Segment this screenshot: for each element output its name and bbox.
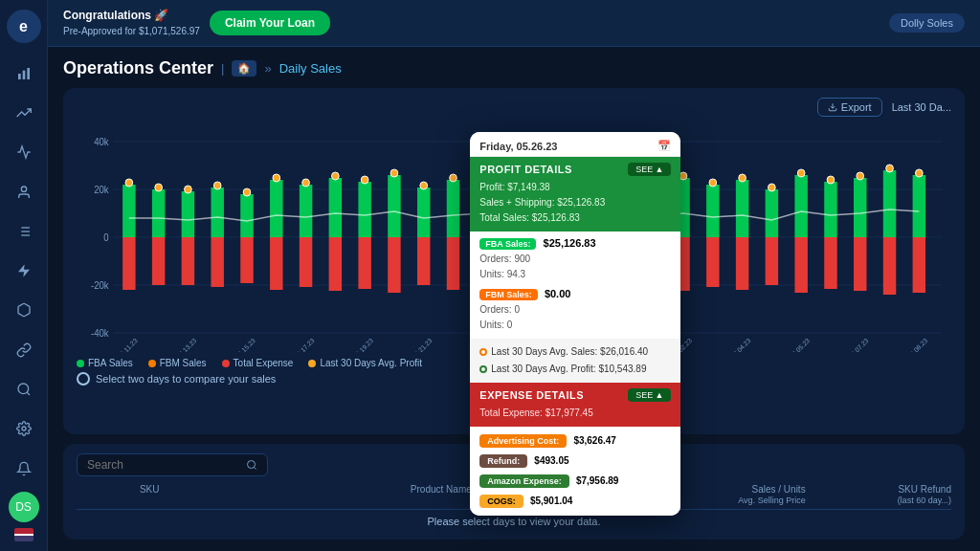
sidebar-item-pulse[interactable]: [7, 136, 41, 169]
tooltip-popup: Friday, 05.26.23 📅 PROFIT DETAILS SEE ▲: [470, 132, 680, 516]
svg-rect-74: [736, 237, 748, 290]
col-sales: Sales / UnitsAvg. Selling Price: [659, 484, 805, 505]
svg-point-13: [22, 427, 26, 430]
breadcrumb-home[interactable]: 🏠: [232, 60, 256, 77]
sidebar-item-user[interactable]: [7, 175, 41, 209]
claim-loan-button[interactable]: Claim Your Loan: [210, 11, 330, 35]
svg-text:05.19.23: 05.19.23: [352, 337, 374, 352]
main-content: Congratulations 🚀 Pre-Approved for $1,07…: [48, 0, 980, 551]
svg-text:06.08.23: 06.08.23: [906, 337, 928, 352]
expense-header: EXPENSE DETAILS SEE ▲: [479, 388, 671, 402]
sidebar-item-link[interactable]: [7, 333, 41, 366]
cogs-value: $5,901.04: [530, 496, 573, 506]
expense-dot: [222, 360, 230, 367]
profit-value: Profit: $7,149.38: [479, 180, 671, 195]
svg-point-60: [450, 174, 457, 182]
fba-value: $25,126.83: [544, 237, 596, 249]
calendar-icon: 📅: [657, 140, 671, 152]
svg-point-51: [361, 176, 368, 184]
sidebar-item-trending[interactable]: [7, 97, 41, 130]
svg-rect-73: [736, 180, 748, 237]
sidebar-item-search[interactable]: [7, 372, 41, 406]
svg-point-57: [420, 182, 428, 189]
svg-rect-55: [417, 187, 430, 237]
fbm-units: Units: 0: [479, 318, 671, 333]
tooltip-sales-section: FBA Sales: $25,126.83 Orders: 900 Units:…: [470, 231, 680, 339]
legend-last30: Last 30 Days Avg. Profit: [308, 358, 422, 368]
svg-rect-52: [388, 175, 400, 237]
profit-header: PROFIT DETAILS SEE ▲: [479, 163, 671, 176]
refund-value: $493.05: [534, 455, 568, 466]
svg-rect-80: [794, 237, 807, 293]
svg-point-42: [273, 174, 280, 182]
svg-rect-35: [211, 237, 223, 287]
svg-point-78: [768, 184, 776, 191]
page-title: Operations Center: [63, 58, 213, 78]
svg-rect-31: [182, 191, 194, 237]
fbm-dot: [148, 360, 156, 367]
svg-line-107: [254, 467, 256, 469]
fba-orders: Orders: 900: [479, 252, 671, 267]
advertising-value: $3,626.47: [573, 435, 616, 446]
sidebar-item-box[interactable]: [7, 294, 41, 327]
svg-rect-91: [913, 175, 925, 237]
fbm-label: FBM Sales: [160, 358, 207, 368]
chart-area: 40k 20k 0 -20k -40k: [77, 122, 951, 352]
export-button[interactable]: Export: [817, 98, 882, 117]
total-expense: Total Expense: $17,977.45: [479, 406, 671, 421]
select-circle: [77, 372, 90, 386]
avg-profit-row: Last 30 Days Avg. Profit: $10,543.89: [479, 361, 671, 378]
sidebar-item-lightning[interactable]: [7, 254, 41, 288]
app-logo[interactable]: e: [7, 10, 41, 43]
svg-text:06.04.23: 06.04.23: [729, 337, 751, 352]
user-name[interactable]: Dolly Soles: [889, 13, 965, 33]
svg-point-36: [213, 182, 221, 189]
svg-rect-58: [447, 180, 459, 237]
sidebar: e DS: [0, 0, 48, 551]
avg-sales-label: Last 30 Days Avg. Sales: $26,016.40: [491, 343, 648, 361]
profit-label: PROFIT DETAILS: [479, 164, 572, 175]
svg-rect-25: [122, 185, 135, 237]
expense-see-button[interactable]: SEE ▲: [628, 388, 671, 402]
fbm-value: $0.00: [545, 288, 571, 299]
legend-fba: FBA Sales: [77, 358, 133, 368]
search-input[interactable]: [87, 458, 240, 472]
svg-rect-53: [388, 237, 400, 293]
svg-text:40k: 40k: [94, 137, 109, 147]
svg-text:0: 0: [103, 232, 109, 243]
svg-point-3: [21, 187, 26, 191]
profit-see-button[interactable]: SEE ▲: [628, 163, 671, 176]
sidebar-item-list[interactable]: [7, 214, 41, 248]
svg-rect-77: [766, 237, 778, 285]
last30-legend-label: Last 30 Days Avg. Profit: [320, 358, 422, 368]
svg-text:-20k: -20k: [91, 280, 109, 291]
svg-rect-37: [240, 194, 253, 237]
congrats-line1: Congratulations 🚀: [63, 8, 200, 24]
svg-point-87: [857, 172, 864, 180]
fba-dot: [77, 360, 84, 367]
svg-point-75: [739, 174, 746, 182]
refund-badge: Refund:: [479, 454, 527, 468]
svg-text:05.11.23: 05.11.23: [116, 337, 138, 352]
svg-text:05.15.23: 05.15.23: [234, 337, 256, 352]
fba-units: Units: 94.3: [479, 267, 671, 282]
select-days-text: Select two days to compare your sales: [96, 373, 276, 385]
sidebar-item-chart[interactable]: [7, 56, 41, 90]
svg-point-27: [125, 179, 133, 187]
expense-label: Total Expense: [234, 358, 294, 368]
svg-point-90: [886, 165, 894, 172]
legend-expense: Total Expense: [222, 358, 294, 368]
sidebar-item-bell[interactable]: [7, 452, 41, 486]
chart-controls: Export Last 30 Da...: [77, 98, 951, 117]
user-avatar[interactable]: DS: [9, 492, 39, 522]
svg-rect-46: [329, 178, 342, 237]
svg-rect-89: [883, 237, 896, 295]
svg-rect-2: [27, 68, 30, 79]
svg-rect-26: [122, 237, 135, 290]
fba-badge: FBA Sales:: [479, 238, 536, 250]
svg-rect-29: [152, 237, 165, 285]
search-icon: [246, 459, 257, 471]
svg-text:05.17.23: 05.17.23: [293, 337, 315, 352]
sidebar-item-settings[interactable]: [7, 412, 41, 446]
chart-section: Export Last 30 Da... 40k 20k 0: [63, 88, 965, 434]
